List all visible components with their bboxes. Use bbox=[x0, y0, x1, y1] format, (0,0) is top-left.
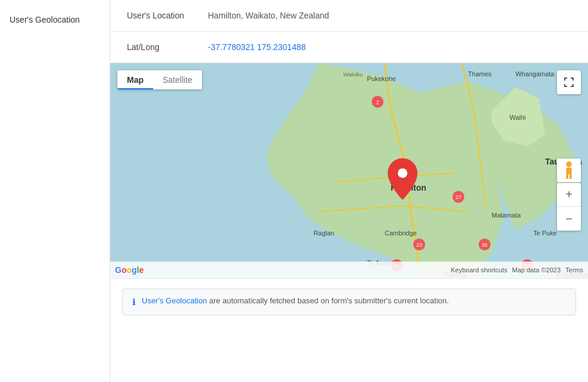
svg-text:36: 36 bbox=[481, 242, 487, 248]
svg-text:23: 23 bbox=[416, 242, 422, 248]
notice-text: User's Geolocation are automatically fet… bbox=[142, 296, 449, 305]
info-icon: ℹ bbox=[132, 297, 136, 308]
page-layout: User's Geolocation User's Location Hamil… bbox=[0, 0, 588, 382]
google-logo-o1: o bbox=[122, 265, 127, 275]
pegman-icon bbox=[562, 162, 575, 179]
map-type-satellite-button[interactable]: Satellite bbox=[153, 70, 202, 89]
latlong-label: Lat/Long bbox=[127, 42, 198, 52]
map-data-text: Map data ©2023 bbox=[512, 266, 561, 274]
google-logo: G o o g l e bbox=[115, 265, 144, 275]
sidebar-title: User's Geolocation bbox=[10, 15, 80, 24]
map-type-map-button[interactable]: Map bbox=[117, 70, 153, 89]
fullscreen-icon bbox=[564, 77, 574, 88]
zoom-controls: + − bbox=[557, 183, 581, 231]
terms-link[interactable]: Terms bbox=[565, 266, 583, 274]
svg-rect-54 bbox=[566, 175, 568, 179]
map-background: Pukekohe Waiuku Thames Whangamata Waihi … bbox=[110, 63, 588, 278]
notice-link[interactable]: User's Geolocation bbox=[142, 296, 207, 305]
svg-text:Thames: Thames bbox=[468, 70, 491, 77]
svg-text:Waihi: Waihi bbox=[509, 114, 525, 121]
street-view-button[interactable] bbox=[557, 159, 581, 182]
map-type-switcher: Map Satellite bbox=[117, 70, 202, 89]
google-logo-o2: o bbox=[126, 265, 132, 275]
svg-rect-55 bbox=[570, 175, 572, 179]
svg-text:27: 27 bbox=[455, 194, 461, 200]
map-footer-right: Keyboard shortcuts Map data ©2023 Terms bbox=[451, 266, 583, 274]
svg-text:Waiuku: Waiuku bbox=[343, 71, 363, 77]
svg-text:Whangamata: Whangamata bbox=[515, 70, 555, 77]
latlong-row: Lat/Long -37.7780321 175.2301488 bbox=[110, 32, 588, 63]
svg-point-51 bbox=[398, 169, 407, 178]
svg-text:Cambridge: Cambridge bbox=[385, 229, 417, 237]
svg-text:2: 2 bbox=[376, 100, 379, 105]
zoom-in-button[interactable]: + bbox=[557, 183, 581, 207]
zoom-out-button[interactable]: − bbox=[557, 207, 581, 231]
location-label: User's Location bbox=[127, 11, 198, 20]
svg-text:Raglan: Raglan bbox=[313, 229, 334, 237]
keyboard-shortcuts-link[interactable]: Keyboard shortcuts bbox=[451, 266, 508, 274]
google-logo-g: G bbox=[115, 265, 122, 275]
google-logo-g2: g bbox=[132, 265, 137, 275]
svg-text:Pukekohe: Pukekohe bbox=[367, 75, 396, 82]
location-row: User's Location Hamilton, Waikato, New Z… bbox=[110, 0, 588, 32]
notice-box: ℹ User's Geolocation are automatically f… bbox=[122, 288, 576, 315]
svg-point-52 bbox=[566, 162, 571, 167]
map-footer: G o o g l e Keyboard shortcuts Map data … bbox=[110, 262, 588, 278]
svg-text:Matamata: Matamata bbox=[491, 212, 521, 219]
main-content: User's Location Hamilton, Waikato, New Z… bbox=[110, 0, 588, 382]
map-svg: Pukekohe Waiuku Thames Whangamata Waihi … bbox=[110, 63, 588, 278]
fullscreen-button[interactable] bbox=[557, 70, 581, 94]
sidebar: User's Geolocation bbox=[0, 0, 110, 382]
location-value: Hamilton, Waikato, New Zealand bbox=[208, 11, 329, 20]
google-logo-e: e bbox=[139, 265, 144, 275]
svg-rect-53 bbox=[566, 167, 571, 174]
map-container: Pukekohe Waiuku Thames Whangamata Waihi … bbox=[110, 63, 588, 279]
latlong-value[interactable]: -37.7780321 175.2301488 bbox=[208, 42, 306, 52]
svg-text:Te Puke: Te Puke bbox=[533, 229, 557, 237]
